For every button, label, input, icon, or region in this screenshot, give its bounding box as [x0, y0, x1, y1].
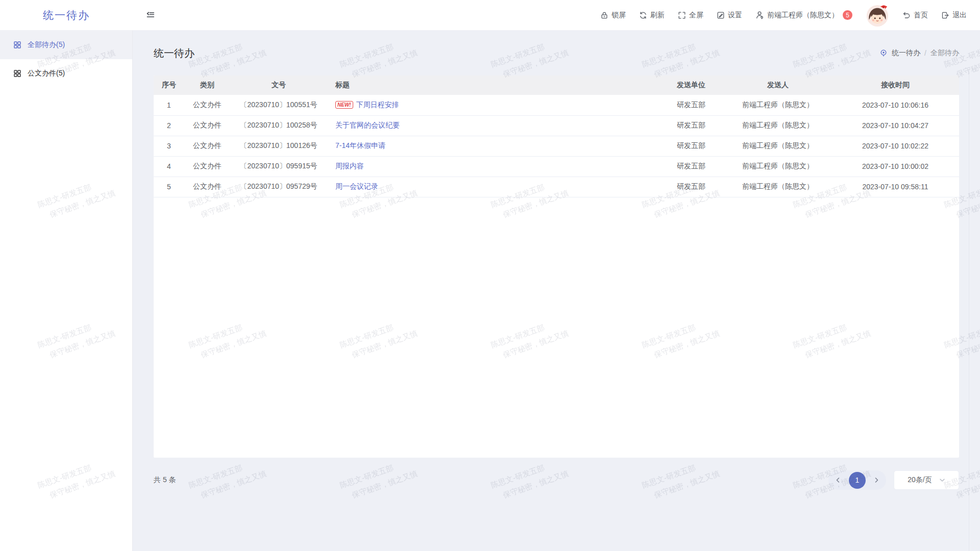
sidebar-item-official-doc[interactable]: 公文办件(5): [0, 59, 132, 88]
row-title-cell: NEW!下周日程安排: [327, 95, 658, 115]
sidebar-item-label: 公文办件(5): [28, 69, 65, 78]
grid-icon: [13, 69, 21, 78]
fullscreen-button[interactable]: 全屏: [678, 11, 703, 20]
todo-table: 序号 类别 文号 标题 发送单位 发送人 接收时间 1公文办件〔20230710…: [154, 76, 959, 197]
row-time: 2023-07-10 10:04:27: [831, 115, 959, 136]
row-no: 2: [154, 115, 184, 136]
avatar[interactable]: [866, 4, 889, 27]
row-time: 2023-07-10 09:58:11: [831, 177, 959, 197]
table-row: 2公文办件〔20230710〕100258号关于官网的会议纪要研发五部前端工程师…: [154, 115, 959, 136]
header-actions: 锁屏 刷新 全屏: [600, 4, 980, 27]
col-header-category: 类别: [184, 76, 230, 95]
scrollbar-track[interactable]: [969, 69, 969, 551]
table-row: 1公文办件〔20230710〕100551号NEW!下周日程安排研发五部前端工程…: [154, 95, 959, 115]
location-pin-icon: [879, 49, 888, 57]
row-title-cell: 关于官网的会议纪要: [327, 115, 658, 136]
app-header: 统一待办 锁屏 刷新: [0, 0, 980, 31]
breadcrumb-separator: /: [924, 49, 926, 57]
row-category: 公文办件: [184, 177, 230, 197]
refresh-icon: [639, 11, 647, 19]
current-user[interactable]: 前端工程师（陈思文） 5: [755, 10, 852, 20]
row-title-cell: 7-14年休假申请: [327, 136, 658, 156]
row-no: 1: [154, 95, 184, 115]
todo-count-badge: 5: [843, 10, 852, 20]
row-title-cell: 周一会议记录: [327, 177, 658, 197]
row-category: 公文办件: [184, 95, 230, 115]
sidebar-item-label: 全部待办(5): [28, 40, 65, 49]
lock-screen-label: 锁屏: [611, 11, 626, 20]
return-home-icon: [902, 11, 911, 19]
row-unit: 研发五部: [658, 156, 724, 177]
page-title: 统一待办: [154, 46, 194, 60]
col-header-sender: 发送人: [724, 76, 831, 95]
refresh-button[interactable]: 刷新: [639, 11, 665, 20]
breadcrumb-item-first[interactable]: 统一待办: [892, 48, 920, 58]
row-sender: 前端工程师（陈思文）: [724, 115, 831, 136]
total-count-label: 共 5 条: [154, 475, 176, 485]
row-title-link[interactable]: 下周日程安排: [356, 101, 399, 109]
settings-edit-icon: [717, 11, 725, 19]
col-header-no: 序号: [154, 76, 184, 95]
row-time: 2023-07-10 10:06:16: [831, 95, 959, 115]
row-title-cell: 周报内容: [327, 156, 658, 177]
row-unit: 研发五部: [658, 115, 724, 136]
menu-fold-icon[interactable]: [146, 11, 155, 20]
row-sender: 前端工程师（陈思文）: [724, 156, 831, 177]
lock-screen-button[interactable]: 锁屏: [600, 11, 626, 20]
row-no: 3: [154, 136, 184, 156]
settings-button[interactable]: 设置: [717, 11, 742, 20]
row-no: 5: [154, 177, 184, 197]
col-header-time: 接收时间: [831, 76, 959, 95]
table-row: 5公文办件〔20230710〕095729号周一会议记录研发五部前端工程师（陈思…: [154, 177, 959, 197]
sidebar-item-all-todo[interactable]: 全部待办(5): [0, 31, 132, 59]
pager: 1: [828, 470, 886, 490]
table-header-row: 序号 类别 文号 标题 发送单位 发送人 接收时间: [154, 76, 959, 95]
user-name-label: 前端工程师（陈思文）: [767, 11, 839, 20]
row-title-link[interactable]: 7-14年休假申请: [335, 141, 385, 149]
row-doc-no: 〔20230710〕095915号: [230, 156, 327, 177]
next-page-button[interactable]: [871, 474, 882, 486]
chevron-down-icon: [939, 477, 945, 483]
row-title-link[interactable]: 周一会议记录: [335, 182, 378, 190]
home-label: 首页: [914, 11, 928, 20]
row-unit: 研发五部: [658, 136, 724, 156]
grid-icon: [13, 41, 21, 49]
breadcrumb: 统一待办 / 全部待办: [879, 48, 959, 58]
logout-label: 退出: [952, 11, 967, 20]
row-category: 公文办件: [184, 136, 230, 156]
home-button[interactable]: 首页: [902, 11, 928, 20]
row-title-link[interactable]: 周报内容: [335, 162, 364, 170]
app-logo: 统一待办: [0, 8, 133, 22]
lock-icon: [600, 11, 608, 19]
col-header-unit: 发送单位: [658, 76, 724, 95]
page-number-current[interactable]: 1: [849, 472, 866, 489]
row-sender: 前端工程师（陈思文）: [724, 177, 831, 197]
settings-label: 设置: [728, 11, 742, 20]
new-badge: NEW!: [335, 101, 353, 109]
refresh-label: 刷新: [650, 11, 665, 20]
col-header-doc-no: 文号: [230, 76, 327, 95]
fullscreen-label: 全屏: [689, 11, 703, 20]
row-category: 公文办件: [184, 115, 230, 136]
row-unit: 研发五部: [658, 95, 724, 115]
pagination-bar: 共 5 条 1 20条/页: [154, 470, 959, 490]
page-size-value: 20条/页: [908, 475, 932, 485]
main-content: 统一待办 统一待办 / 全部待办 序号 类别 文号 标题: [133, 31, 980, 551]
row-title-link[interactable]: 关于官网的会议纪要: [335, 121, 400, 129]
breadcrumb-item-current: 全部待办: [930, 48, 959, 58]
table-card: 序号 类别 文号 标题 发送单位 发送人 接收时间 1公文办件〔20230710…: [154, 76, 959, 458]
logout-icon: [941, 11, 949, 19]
row-doc-no: 〔20230710〕100126号: [230, 136, 327, 156]
page-size-select[interactable]: 20条/页: [894, 470, 959, 490]
row-no: 4: [154, 156, 184, 177]
row-category: 公文办件: [184, 156, 230, 177]
fullscreen-icon: [678, 11, 686, 19]
row-unit: 研发五部: [658, 177, 724, 197]
row-time: 2023-07-10 10:02:22: [831, 136, 959, 156]
prev-page-button[interactable]: [832, 474, 844, 486]
logout-button[interactable]: 退出: [941, 11, 967, 20]
table-body: 1公文办件〔20230710〕100551号NEW!下周日程安排研发五部前端工程…: [154, 95, 959, 197]
row-time: 2023-07-10 10:00:02: [831, 156, 959, 177]
sidebar: 全部待办(5) 公文办件(5): [0, 31, 133, 551]
row-sender: 前端工程师（陈思文）: [724, 95, 831, 115]
